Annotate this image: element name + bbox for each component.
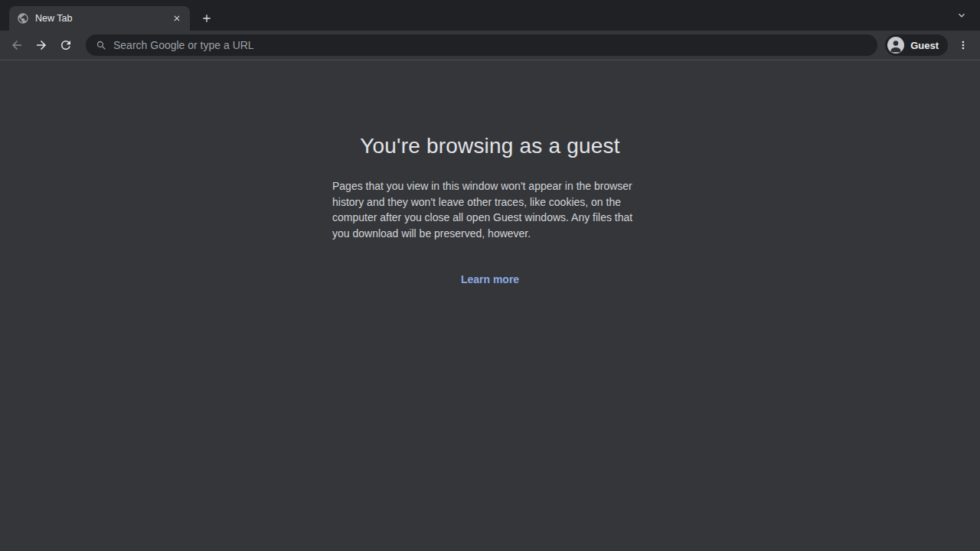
tab-new-tab[interactable]: New Tab (9, 6, 190, 31)
search-input[interactable] (113, 39, 868, 51)
profile-button[interactable]: Guest (885, 34, 948, 56)
tab-strip: New Tab (0, 0, 980, 31)
guest-page: You're browsing as a guest Pages that yo… (0, 60, 980, 550)
page-title: You're browsing as a guest (0, 134, 980, 158)
tab-search-button[interactable] (952, 6, 971, 24)
profile-label: Guest (910, 40, 939, 51)
plus-icon (201, 12, 213, 24)
forward-arrow-icon (34, 38, 48, 52)
back-button[interactable] (6, 34, 28, 56)
chevron-down-icon (956, 9, 968, 21)
browser-menu-button[interactable] (952, 34, 974, 56)
guest-description: Pages that you view in this window won't… (332, 178, 648, 241)
new-tab-button[interactable] (196, 8, 217, 29)
search-icon (95, 39, 107, 51)
learn-more-link[interactable]: Learn more (461, 273, 519, 285)
avatar (887, 37, 904, 54)
browser-toolbar: Guest (0, 31, 980, 60)
reload-button[interactable] (55, 34, 77, 56)
globe-icon (17, 12, 29, 24)
address-bar[interactable] (86, 34, 877, 56)
back-arrow-icon (10, 38, 24, 52)
forward-button[interactable] (31, 34, 52, 56)
kebab-menu-icon (957, 39, 969, 51)
reload-icon (59, 38, 73, 52)
tab-title: New Tab (35, 13, 170, 24)
close-icon[interactable] (170, 11, 184, 25)
guest-message-block: You're browsing as a guest Pages that yo… (0, 60, 980, 286)
person-icon (887, 37, 904, 54)
